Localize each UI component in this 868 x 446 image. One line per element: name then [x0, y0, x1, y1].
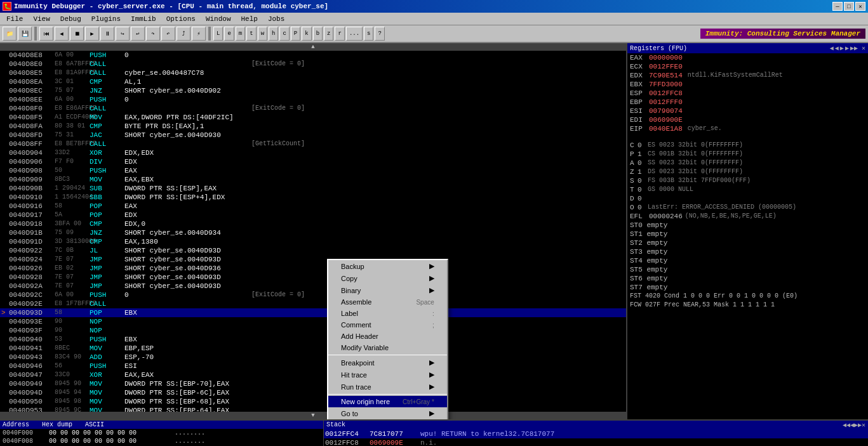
disasm-row[interactable]: 0040D91B75 09JNZSHORT cyber_se.0040D934 [0, 228, 626, 237]
disasm-row[interactable]: 0040D8FFE8 BE7BFFFFCALL[GetTickCount] [0, 140, 626, 148]
ctx-item-add-header[interactable]: Add Header [328, 331, 447, 342]
disasm-row[interactable]: >0040D93D58POPEBX [0, 308, 626, 317]
regs-close[interactable]: ✕ [862, 44, 865, 52]
flag-val[interactable]: 0 [638, 159, 645, 167]
disasm-panel[interactable]: ▲ 0040D8E86A 00PUSH0 0040D8E0E8 6A7BFFFF… [0, 43, 627, 419]
toolbar-play[interactable]: ▶ [85, 27, 99, 41]
disasm-row[interactable]: 0040D93E90NOP [0, 317, 626, 326]
ctx-item-label[interactable]: Label: [328, 308, 447, 319]
menu-window[interactable]: Window [201, 14, 236, 24]
reg-value[interactable]: 0012FFC8 [649, 89, 683, 98]
toolbar-e[interactable]: e [224, 27, 234, 41]
disasm-row[interactable]: 0040D9498945 90MOVDWORD PTR SS:[EBP-70],… [0, 379, 626, 388]
ctx-item-new-origin-here[interactable]: New origin hereCtrl+Gray * [328, 396, 447, 407]
disasm-row[interactable]: 0040D90B1 290424SUBDWORD PTR SS:[ESP],EA… [0, 184, 626, 193]
toolbar-m[interactable]: m [236, 27, 245, 41]
disasm-row[interactable]: 0040D9247E 07JMPSHORT cyber_se.0040D93D [0, 255, 626, 264]
disasm-row[interactable]: 0040D9508945 98MOVDWORD PTR SS:[EBP-68],… [0, 397, 626, 406]
toolbar-l[interactable]: L [213, 27, 223, 41]
toolbar-run[interactable]: ⚡ [192, 27, 206, 41]
efl-val[interactable]: 00000246 [649, 212, 683, 221]
reg-value[interactable]: 0012FFF0 [649, 98, 683, 107]
flag-val[interactable]: 0 [638, 141, 645, 150]
stack-row[interactable]: 0012FFC80069009En.i. [324, 438, 868, 446]
disasm-row[interactable]: 0040D93F90NOP [0, 326, 626, 335]
ctx-item-hit-trace[interactable]: Hit trace▶ [328, 369, 447, 381]
toolbar-step[interactable]: ↪ [116, 27, 130, 41]
toolbar-t[interactable]: t [246, 27, 256, 41]
regs-nav-right[interactable]: ▶ [840, 44, 844, 52]
ctx-item-comment[interactable]: Comment; [328, 319, 447, 331]
disasm-row[interactable]: 0040D8E5E8 81A9FFFFCALLcyber_se.0040487C… [0, 69, 626, 77]
disasm-row[interactable]: 0040D9101 15642404SBBDWORD PTR SS:[ESP+4… [0, 193, 626, 202]
hex-row[interactable]: 0040F00800 00 00 00 00 00 00 00........ [1, 437, 322, 445]
toolbar-b[interactable]: b [313, 27, 323, 41]
disasm-row[interactable]: 0040D8EA3C 01CMPAL,1 [0, 77, 626, 86]
menu-view[interactable]: View [28, 14, 55, 24]
disasm-row[interactable]: 0040D94D8945 94MOVDWORD PTR SS:[EBP-6C],… [0, 388, 626, 397]
toolbar-dots[interactable]: ... [346, 27, 363, 41]
ctx-item-binary[interactable]: Binary▶ [328, 284, 447, 296]
flag-val[interactable]: 0 [638, 194, 645, 203]
disasm-row[interactable]: 0040D8EC75 07JNZSHORT cyber_se.0040D902 [0, 86, 626, 95]
toolbar-z[interactable]: z [324, 27, 333, 41]
reg-value[interactable]: 7C90E514 [649, 71, 683, 80]
flag-val[interactable]: 0 [638, 203, 645, 212]
menu-plugins[interactable]: Plugins [86, 14, 126, 24]
disasm-scroll-down[interactable]: ▼ [0, 412, 626, 419]
toolbar-step2[interactable]: ↩ [131, 27, 145, 41]
close-button[interactable]: ✕ [855, 2, 865, 11]
flag-val[interactable]: 1 [638, 150, 645, 159]
ctx-item-assemble[interactable]: AssembleSpace [328, 296, 447, 308]
disasm-row[interactable]: 0040D9098BC3MOVEAX,EBX [0, 175, 626, 184]
flag-val[interactable]: 0 [638, 185, 645, 194]
disasm-row[interactable]: 0040D8E0E8 6A7BFFFFCALL[ExitCode = 0] [0, 60, 626, 69]
menu-debug[interactable]: Debug [55, 14, 86, 24]
ctx-item-copy[interactable]: Copy▶ [328, 272, 447, 284]
toolbar-save[interactable]: 💾 [18, 27, 32, 41]
hex-row[interactable]: 0040F00000 00 00 00 00 00 00 00........ [1, 429, 322, 437]
reg-value[interactable]: 0040E1A8 [649, 124, 683, 133]
reg-value[interactable]: 7FFD3000 [649, 80, 683, 89]
disasm-row[interactable]: 0040D94733C0XOREAX,EAX [0, 371, 626, 379]
disasm-row[interactable]: 0040D91658POPEAX [0, 202, 626, 211]
disasm-row[interactable]: 0040D9175APOPEDX [0, 211, 626, 220]
disasm-row[interactable]: 0040D9418BECMOVEBP,ESP [0, 344, 626, 353]
regs-nav-end[interactable]: ▶▶ [850, 44, 858, 52]
toolbar-step3[interactable]: ↷ [146, 27, 160, 41]
disasm-row[interactable]: 0040D926EB 02JMPSHORT cyber_se.0040D936 [0, 264, 626, 273]
disasm-row[interactable]: 0040D94656PUSHESI [0, 362, 626, 371]
toolbar-open[interactable]: 📁 [3, 27, 17, 41]
menu-help[interactable]: Help [236, 14, 262, 24]
toolbar-out[interactable]: ⤴ [177, 27, 190, 41]
toolbar-step4[interactable]: ↶ [161, 27, 175, 41]
reg-value[interactable]: 0012FFE0 [649, 62, 683, 71]
menu-file[interactable]: File [1, 14, 28, 24]
menu-jobs[interactable]: Jobs [263, 14, 290, 24]
toolbar-r[interactable]: r [335, 27, 344, 41]
toolbar-c[interactable]: c [279, 27, 289, 41]
disasm-row[interactable]: 0040D92C6A 00PUSH0[ExitCode = 0] [0, 291, 626, 299]
reg-value[interactable]: 00000000 [649, 53, 683, 62]
menu-options[interactable]: Options [161, 14, 201, 24]
regs-nav-left2[interactable]: ◀ [835, 44, 839, 52]
reg-value[interactable]: 0060900E [649, 115, 683, 124]
disasm-row[interactable]: 0040D8FA80 38 01CMPBYTE PTR DS:[EAX],1 [0, 122, 626, 131]
ctx-item-run-trace[interactable]: Run trace▶ [328, 381, 447, 393]
toolbar-rewind[interactable]: ⏮ [39, 27, 53, 41]
flag-val[interactable]: 0 [638, 176, 645, 185]
disasm-row[interactable]: 0040D94383C4 90ADDESP,-70 [0, 353, 626, 362]
ctx-item-modify-variable[interactable]: Modify Variable [328, 342, 447, 353]
toolbar-h[interactable]: h [269, 27, 278, 41]
disasm-scroll-up[interactable]: ▲ [0, 43, 626, 51]
disasm-row[interactable]: 0040D90850PUSHEAX [0, 166, 626, 175]
disasm-row[interactable]: 0040D90433D2XOREDX,EDX [0, 148, 626, 157]
reg-value[interactable]: 00790074 [649, 107, 683, 115]
disasm-row[interactable]: 0040D8F5A1 ECDF4000MOVEAX,DWORD PTR DS:[… [0, 113, 626, 122]
disasm-row[interactable]: 0040D9227C 0BJLSHORT cyber_se.0040D93D [0, 246, 626, 255]
stack-nav[interactable]: ◀◀◀▶▶✕ [843, 421, 865, 429]
regs-nav-right2[interactable]: ▶ [845, 44, 849, 52]
minimize-button[interactable]: ─ [832, 2, 843, 11]
toolbar-k[interactable]: k [302, 27, 311, 41]
disasm-row[interactable]: 0040D906F7 F0DIVEDX [0, 157, 626, 166]
